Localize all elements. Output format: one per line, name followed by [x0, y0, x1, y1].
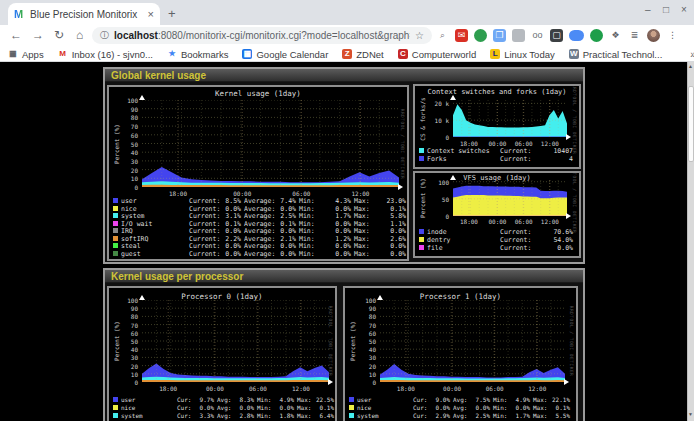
legend-key: Avg:	[217, 412, 231, 419]
y-tick-label: 30	[345, 354, 376, 361]
bookmark-star-icon[interactable]: ☆	[415, 30, 424, 41]
y-tick-label: 0	[415, 213, 449, 220]
y-tick-label: 40	[345, 346, 376, 353]
legend-key: Current:	[189, 250, 220, 258]
chart-processor-0[interactable]: Processor 0 (1day)Percent (%)01020304050…	[107, 286, 337, 421]
legend-key: Average:	[244, 250, 275, 258]
monitorix-favicon-icon: M	[14, 9, 25, 20]
plot-area	[453, 180, 567, 216]
y-tick-label: 60	[345, 330, 376, 337]
legend-label: user	[121, 396, 135, 403]
chart-processor-1[interactable]: Processor 1 (1day)Percent (%)01020304050…	[343, 286, 578, 421]
bookmark-item[interactable]: ▦Google Calendar	[242, 49, 328, 60]
legend-key: Avg:	[453, 396, 467, 403]
window-minimize-button[interactable]: –	[645, 4, 651, 15]
menu-kebab-icon[interactable]: ⋮	[666, 29, 679, 42]
bookmark-item[interactable]: MInbox (16) - sjvn0...	[58, 49, 153, 60]
reload-icon[interactable]: ↻	[54, 28, 64, 42]
legend-swatch-icon	[113, 198, 118, 203]
y-tick-label: 70	[345, 322, 376, 329]
bookmark-item[interactable]: CComputerworld	[398, 49, 476, 60]
bookmark-item[interactable]: WPractical Technol...	[569, 49, 663, 60]
y-tick-label: 90	[109, 305, 138, 312]
legend-value: 4.9%	[280, 396, 294, 403]
y-axis-arrow-icon	[450, 175, 456, 180]
bookmark-item[interactable]: ▦Apps	[8, 49, 44, 60]
legend-row: userCurrent:8.5%Average:7.4%Min:4.3%Max:…	[109, 197, 407, 205]
legend-value: 4	[569, 155, 573, 163]
green-circle-icon[interactable]	[590, 29, 603, 42]
legend-key: Max:	[533, 404, 547, 411]
computerworld-icon: C	[398, 49, 408, 59]
legend-key: Cur:	[177, 412, 191, 419]
legend-swatch-icon	[419, 229, 424, 234]
bookmark-label: Practical Technol...	[583, 49, 663, 60]
playlist-icon[interactable]: ≣	[628, 29, 641, 42]
blue-pill-icon[interactable]	[569, 30, 584, 41]
site-info-icon[interactable]: ⓘ	[100, 29, 109, 42]
legend-value: 0.0%	[436, 404, 450, 411]
green-pin-icon[interactable]	[474, 29, 487, 42]
scrollbar-thumb[interactable]	[688, 86, 694, 162]
y-tick-label: 100	[415, 179, 449, 186]
chart-vfs-usage[interactable]: VFS usage (1day)Percent (%)05010018:0000…	[413, 171, 581, 258]
legend-row: I/O waitCurrent:0.1%Average:0.1%Min:0.0%…	[109, 220, 407, 228]
legend-label: Forks	[427, 155, 447, 163]
search-icon[interactable]: ⌕	[436, 29, 449, 42]
chart-title: Context switches and forks (1day)	[415, 88, 579, 96]
legend-row: softIRQCurrent:2.2%Average:2.1%Min:1.2%M…	[109, 235, 407, 243]
rrdtool-watermark: RRDTOOL / TOBI OETIKER	[572, 171, 577, 233]
section-header: Global kernel usage	[105, 69, 583, 82]
x-axis-arrow-icon	[566, 213, 571, 219]
y-tick-label: 50	[109, 338, 138, 345]
legend-swatch-icon	[113, 405, 118, 410]
bookmark-item[interactable]: LLinux Today	[490, 49, 555, 60]
bookmarks-overflow-chevron[interactable]: »	[690, 49, 694, 60]
star-icon: ★	[167, 49, 177, 59]
extensions-puzzle-icon[interactable]: ❖	[609, 29, 622, 42]
legend-value: 0.1%	[320, 404, 334, 411]
address-bar[interactable]: ⓘ localhost:8080/monitorix-cgi/monitorix…	[92, 27, 432, 44]
goggles-icon[interactable]: oo	[531, 29, 544, 42]
y-axis-arrow-icon	[450, 95, 456, 100]
legend-label: system	[121, 412, 143, 419]
legend-value: 1.8%	[280, 412, 294, 419]
new-tab-button[interactable]: +	[168, 6, 176, 21]
chart-context-switches-forks[interactable]: Context switches and forks (1day)CS & fo…	[413, 84, 581, 169]
chart-kernel-usage[interactable]: Kernel usage (1day)Percent (%)0102030405…	[107, 85, 409, 261]
legend-swatch-icon	[419, 148, 424, 153]
browser-tab[interactable]: M Blue Precision Monitorix ×	[8, 3, 160, 25]
calendar-icon: ▦	[242, 49, 252, 59]
y-tick-label: 0	[109, 184, 138, 191]
bookmark-item[interactable]: ★Bookmarks	[167, 49, 229, 60]
gray-square-icon[interactable]	[512, 29, 525, 42]
legend-row: niceCurrent:0.0%Average:0.0%Min:0.0%Max:…	[109, 205, 407, 213]
scrollbar-down-icon[interactable]: ▼	[687, 411, 694, 417]
back-icon[interactable]: ←	[10, 28, 22, 42]
x-tick-label: 00:00	[227, 190, 257, 197]
scrollbar-up-icon[interactable]: ▲	[687, 63, 694, 69]
forward-icon[interactable]: →	[32, 28, 44, 42]
url-path: :8080/monitorix-cgi/monitorix.cgi?mode=l…	[158, 30, 410, 41]
legend-key: Max:	[297, 396, 311, 403]
window-close-button[interactable]: ×	[681, 4, 687, 15]
tab-close-icon[interactable]: ×	[148, 8, 154, 20]
dark-square-icon[interactable]: ▢	[550, 29, 563, 42]
y-tick-label: 0	[415, 134, 449, 141]
gmail-icon[interactable]: ✉	[455, 29, 468, 42]
section-title: Kernel usage per processor	[111, 271, 243, 282]
copy-pages-icon[interactable]: ❐	[493, 29, 506, 42]
avatar-icon[interactable]	[647, 29, 660, 42]
y-tick-label: 0	[345, 379, 376, 386]
legend-value: 3.3%	[200, 412, 214, 419]
x-axis-arrow-icon	[328, 379, 333, 385]
chart-title: Kernel usage (1day)	[109, 89, 407, 98]
rrdtool-watermark: RRDTOOL / TOBI OETIKER	[572, 84, 577, 154]
window-maximize-button[interactable]: □	[663, 4, 669, 15]
legend-swatch-icon	[113, 213, 118, 218]
legend-swatch-icon	[113, 397, 118, 402]
legend-key: Current:	[500, 244, 531, 252]
bookmark-item[interactable]: ZZDNet	[342, 49, 383, 60]
home-icon[interactable]: ⌂	[76, 28, 83, 42]
legend-key: Current:	[500, 155, 531, 163]
